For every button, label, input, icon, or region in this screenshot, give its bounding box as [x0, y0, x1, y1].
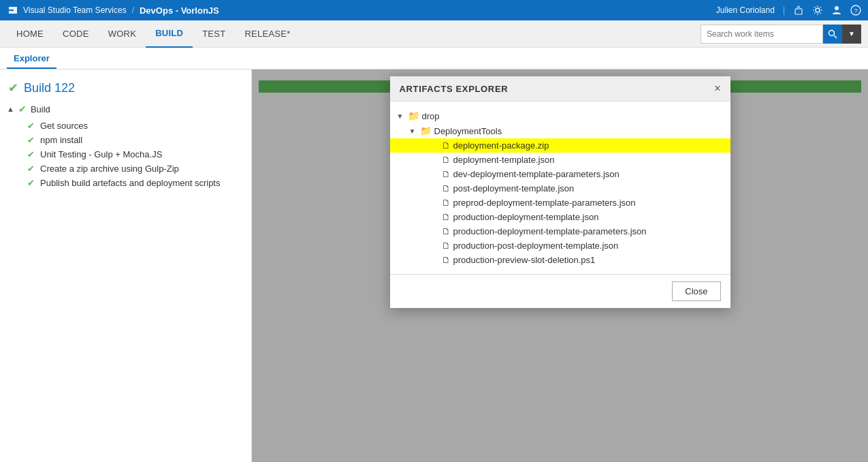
- file-icon-4: 🗋: [442, 198, 451, 208]
- folder-icon-drop: 📁: [408, 110, 419, 121]
- subnav-explorer[interactable]: Explorer: [7, 53, 57, 69]
- section-expand-icon: ▲: [7, 105, 14, 113]
- sub-nav: Explorer: [0, 48, 868, 70]
- file-label-0: deployment-package.zip: [453, 140, 549, 151]
- build-step[interactable]: ✔ npm install: [27, 133, 243, 147]
- step-icon-2: ✔: [27, 149, 35, 159]
- vsts-logo-icon: [7, 4, 19, 16]
- tree-file-3[interactable]: ▶ 🗋 post-deployment-template.json: [390, 181, 730, 196]
- step-label-3: Create a zip archive using Gulp-Zip: [40, 164, 179, 174]
- build-step[interactable]: ✔ Unit Testing - Gulp + Mocha.JS: [27, 147, 243, 161]
- tree-file-8[interactable]: ▶ 🗋 production-preview-slot-deletion.ps1: [390, 253, 730, 267]
- tree-file-7[interactable]: ▶ 🗋 production-post-deployment-template.…: [390, 238, 730, 253]
- basket-icon[interactable]: [793, 5, 804, 16]
- step-icon-4: ✔: [27, 178, 35, 188]
- build-step[interactable]: ✔ Get sources: [27, 119, 243, 133]
- search-dropdown-button[interactable]: ▼: [842, 25, 861, 44]
- file-label-6: production-deployment-template-parameter…: [453, 226, 647, 236]
- modal-footer-close-button[interactable]: Close: [672, 281, 720, 301]
- nav-home[interactable]: HOME: [7, 20, 53, 48]
- tree-label-drop: drop: [422, 111, 440, 121]
- modal-body: ▼ 📁 drop ▼ 📁 DeploymentTools ▶ 🗋 de: [390, 102, 730, 274]
- top-bar: Visual Studio Team Services / DevOps - V…: [0, 0, 868, 20]
- expand-arrow-drop: ▼: [397, 112, 405, 120]
- nav-bar: HOME CODE WORK BUILD TEST RELEASE* ▼: [0, 20, 868, 48]
- nav-test[interactable]: TEST: [193, 20, 235, 48]
- modal-title: ARTIFACTS EXPLORER: [400, 84, 509, 94]
- file-label-3: post-deployment-template.json: [453, 183, 575, 194]
- tree-node-drop[interactable]: ▼ 📁 drop: [390, 108, 730, 123]
- file-label-5: production-deployment-template.json: [453, 212, 599, 222]
- svg-point-3: [816, 8, 820, 12]
- step-icon-1: ✔: [27, 135, 35, 145]
- nav-release[interactable]: RELEASE*: [235, 20, 300, 48]
- main-layout: ✔ Build 122 ▲ ✔ Build ✔ Get sources ✔ np…: [0, 70, 868, 462]
- file-icon-0: 🗋: [442, 140, 451, 151]
- file-icon-8: 🗋: [442, 255, 451, 265]
- build-status-icon: ✔: [8, 80, 18, 95]
- nav-code[interactable]: CODE: [53, 20, 99, 48]
- file-icon-3: 🗋: [442, 183, 451, 194]
- build-step[interactable]: ✔ Publish build artefacts and deployment…: [27, 176, 243, 190]
- file-label-4: preprod-deployment-template-parameters.j…: [453, 198, 636, 208]
- tree-file-deployment-package[interactable]: ▶ 🗋 deployment-package.zip: [390, 138, 730, 153]
- artifacts-explorer-modal: ARTIFACTS EXPLORER × ▼ 📁 drop ▼ 📁: [390, 76, 730, 308]
- step-icon-0: ✔: [27, 121, 35, 131]
- svg-rect-0: [7, 4, 19, 16]
- nav-build[interactable]: BUILD: [146, 20, 193, 48]
- build-name[interactable]: Build 122: [24, 81, 75, 95]
- modal-overlay: ARTIFACTS EXPLORER × ▼ 📁 drop ▼ 📁: [252, 70, 868, 462]
- user-name: Julien Corioland: [716, 5, 775, 15]
- tree-label-deploymenttools: DeploymentTools: [434, 126, 502, 136]
- breadcrumb-separator: /: [132, 5, 134, 15]
- step-label-1: npm install: [40, 135, 82, 145]
- tree-file-1[interactable]: ▶ 🗋 deployment-template.json: [390, 153, 730, 167]
- build-title: ✔ Build 122: [0, 78, 251, 101]
- help-icon[interactable]: ?: [850, 5, 861, 16]
- file-label-2: dev-deployment-template-parameters.json: [453, 169, 620, 179]
- tree-file-6[interactable]: ▶ 🗋 production-deployment-template-param…: [390, 224, 730, 238]
- expand-arrow-deploymenttools: ▼: [409, 127, 417, 135]
- sidebar: ✔ Build 122 ▲ ✔ Build ✔ Get sources ✔ np…: [0, 70, 252, 462]
- file-icon-6: 🗋: [442, 226, 451, 236]
- tree-file-2[interactable]: ▶ 🗋 dev-deployment-template-parameters.j…: [390, 167, 730, 181]
- search-icon: [828, 29, 837, 39]
- file-label-7: production-post-deployment-template.json: [453, 241, 619, 251]
- build-step[interactable]: ✔ Create a zip archive using Gulp-Zip: [27, 161, 243, 176]
- tree-file-4[interactable]: ▶ 🗋 preprod-deployment-template-paramete…: [390, 196, 730, 210]
- nav-work[interactable]: WORK: [99, 20, 146, 48]
- step-label-0: Get sources: [40, 121, 88, 131]
- svg-point-7: [829, 30, 835, 35]
- app-name: Visual Studio Team Services: [23, 5, 127, 15]
- settings-icon[interactable]: [812, 5, 823, 16]
- app-logo[interactable]: Visual Studio Team Services: [7, 4, 127, 16]
- svg-text:?: ?: [854, 7, 858, 14]
- file-icon-2: 🗋: [442, 169, 451, 179]
- search-container: ▼: [701, 25, 861, 44]
- content-area: ARTIFACTS EXPLORER × ▼ 📁 drop ▼ 📁: [252, 70, 868, 462]
- svg-rect-2: [795, 9, 802, 14]
- person-icon[interactable]: [831, 5, 842, 16]
- folder-icon-deploymenttools: 📁: [420, 125, 432, 136]
- search-button[interactable]: [823, 25, 842, 44]
- file-label-1: deployment-template.json: [453, 155, 555, 165]
- search-input[interactable]: [701, 25, 823, 44]
- file-label-8: production-preview-slot-deletion.ps1: [453, 255, 596, 265]
- build-section-title: ▲ ✔ Build: [8, 104, 243, 114]
- top-bar-right: Julien Corioland | ?: [716, 5, 861, 16]
- modal-close-button[interactable]: ×: [714, 83, 720, 94]
- build-steps-list: ✔ Get sources ✔ npm install ✔ Unit Testi…: [8, 119, 243, 190]
- file-icon-1: 🗋: [442, 155, 451, 165]
- tree-node-deploymenttools[interactable]: ▼ 📁 DeploymentTools: [390, 123, 730, 138]
- project-name[interactable]: DevOps - VorlonJS: [140, 5, 219, 16]
- step-label-4: Publish build artefacts and deployment s…: [40, 178, 220, 188]
- section-label[interactable]: Build: [31, 104, 50, 114]
- tree-file-5[interactable]: ▶ 🗋 production-deployment-template.json: [390, 210, 730, 224]
- modal-header: ARTIFACTS EXPLORER ×: [390, 76, 730, 102]
- step-icon-3: ✔: [27, 164, 35, 174]
- build-section: ▲ ✔ Build ✔ Get sources ✔ npm install ✔ …: [0, 101, 251, 193]
- section-status-icon: ✔: [18, 104, 27, 114]
- file-icon-5: 🗋: [442, 212, 451, 222]
- modal-footer: Close: [390, 274, 730, 308]
- svg-point-4: [835, 6, 839, 10]
